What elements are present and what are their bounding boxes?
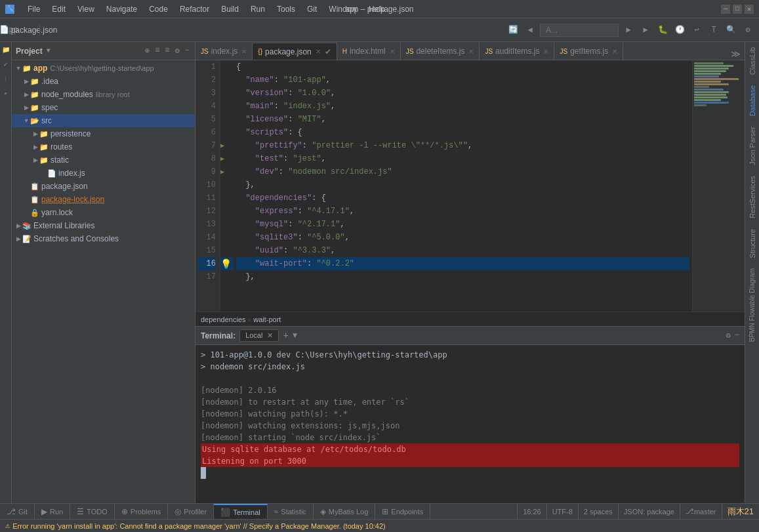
spec-folder-icon: 📁 [30,104,39,112]
menu-bar[interactable]: FileEditViewNavigateCodeRefactorBuildRun… [22,3,390,15]
tree-yarnlock[interactable]: ▶ 🔒 yarn.lock [12,206,195,219]
app-icon: 🔧 [5,5,14,14]
tab-indexhtml[interactable]: H index.html ✕ [337,43,401,60]
undo-button[interactable]: ↩ [689,23,704,37]
tab-deleteitems[interactable]: JS deleteItems.js ✕ [401,43,480,60]
tab-auditItems-close[interactable]: ✕ [543,48,548,55]
menu-file[interactable]: File [22,3,45,15]
maximize-button[interactable]: □ [733,5,742,14]
menu-edit[interactable]: Edit [47,3,71,15]
run-button[interactable]: ▶ [638,23,653,37]
terminal-add-button[interactable]: + [283,331,288,341]
status-format[interactable]: JSON: package [618,504,680,519]
terminal-minimize-icon[interactable]: − [735,331,739,340]
project-tool-add[interactable]: ⊕ [144,45,151,56]
tab-deleteitems-close[interactable]: ✕ [468,48,474,55]
terminal-tab-close[interactable]: ✕ [267,331,273,339]
window-controls[interactable]: — □ ✕ [721,5,754,14]
minimize-button[interactable]: — [721,5,730,14]
status-tab-endpoints[interactable]: ⊞ Endpoints [375,504,430,519]
menu-view[interactable]: View [72,3,100,15]
sidebar-label-classlib[interactable]: ClassLib [747,42,758,80]
terminal-dropdown-icon[interactable]: ▼ [293,331,297,340]
status-tab-terminal[interactable]: ⬛ Terminal [214,504,268,519]
menu-tools[interactable]: Tools [272,3,300,15]
sidebar-label-bpmn[interactable]: BPMN Flowable Diagram [747,263,757,347]
tree-routes[interactable]: ▶ 📁 routes [12,140,195,153]
tree-src[interactable]: ▼ 📂 src [12,114,195,127]
terminal-settings-icon[interactable]: ⚙ [726,331,731,340]
tab-indexhtml-close[interactable]: ✕ [390,48,395,55]
tab-getItems-close[interactable]: ✕ [612,48,617,55]
status-line-col[interactable]: 16:26 [517,504,546,519]
project-icon[interactable]: 📁 [1,45,11,55]
tree-persistence[interactable]: ▶ 📁 persistence [12,127,195,140]
tree-spec[interactable]: ▶ 📁 spec [12,101,195,114]
project-dropdown-icon[interactable]: ▼ [47,47,51,54]
status-indent[interactable]: 2 spaces [578,504,618,519]
menu-navigate[interactable]: Navigate [101,3,142,15]
terminal-local-tab[interactable]: Local ✕ [239,329,279,342]
tree-static[interactable]: ▶ 📁 static [12,153,195,167]
history-button[interactable]: 🕐 [672,23,687,37]
error-warning-icon: ⚠ [5,521,10,531]
sidebar-label-restservices[interactable]: RestServices [747,171,758,224]
file-selector[interactable]: 📄 package.json [21,23,35,37]
favorites-icon[interactable]: ★ [1,88,11,98]
status-tab-statistic[interactable]: ≈ Statistic [268,504,314,519]
tree-scratches[interactable]: ▶ 📝 Scratches and Consoles [12,232,195,245]
menu-git[interactable]: Git [302,3,322,15]
tree-ext-libs[interactable]: ▶ 📚 External Libraries [12,219,195,232]
back-button[interactable]: ◀ [523,23,537,37]
status-branch[interactable]: ⎇ master [680,504,722,519]
tree-idea[interactable]: ▶ 📁 .idea [12,75,195,88]
tree-root[interactable]: ▼ 📁 app C:\Users\hyh\getting-started\app [12,62,195,75]
tree-packagejson[interactable]: ▶ 📋 package.json [12,180,195,193]
code-line-12: "express": "^4.17.1", [236,205,689,218]
breadcrumb-part-2[interactable]: wait-port [253,316,281,323]
tree-node-modules[interactable]: ▶ 📁 node_modules library root [12,88,195,101]
sidebar-label-structure[interactable]: Structure [747,224,758,264]
status-encoding[interactable]: UTF-8 [546,504,578,519]
search-input[interactable] [540,24,619,37]
translate-button[interactable]: T [707,23,721,37]
status-tab-mybatis[interactable]: ◈ MyBatis Log [314,504,376,519]
menu-build[interactable]: Build [216,3,244,15]
status-tab-run[interactable]: ▶ Run [35,504,70,519]
status-tab-todo[interactable]: ☰ TODO [70,504,115,519]
debug-button[interactable]: 🐛 [655,23,670,37]
tab-overflow[interactable]: ≫ [727,49,745,60]
commit-icon[interactable]: ✔ [1,59,11,70]
tree-packagelock[interactable]: ▶ 📋 package-lock.json [12,193,195,206]
tab-indexjs[interactable]: JS index.js ✕ [195,43,253,60]
forward-button[interactable]: ▶ [621,23,636,37]
project-tool-collapse[interactable]: ≡ [154,45,161,56]
status-tab-problems[interactable]: ⊕ Problems [115,504,168,519]
status-tab-git[interactable]: ⎇ Git [0,504,35,519]
gutter-16-bulb[interactable]: 💡 [220,257,234,270]
pull-request-icon[interactable]: ↕ [1,73,11,84]
sidebar-label-database[interactable]: Database [747,80,758,121]
breadcrumb-part-1[interactable]: dependencies [201,316,246,323]
tab-getItems[interactable]: JS getItems.js ✕ [554,43,623,60]
search-button[interactable]: 🔍 [724,23,738,37]
tab-indexjs-close[interactable]: ✕ [241,48,247,55]
project-tool-minimize[interactable]: − [184,45,191,56]
code-content[interactable]: { "name": "101-app", "version": "1.0.0",… [234,60,692,312]
code-editor[interactable]: 1 2 3 4 5 6 7 8 9 10 11 12 13 14 15 16 1… [195,60,745,312]
close-button[interactable]: ✕ [745,5,754,14]
menu-code[interactable]: Code [144,3,173,15]
tab-packagejson-close[interactable]: ✕ [316,48,321,55]
status-tab-profiler[interactable]: ◎ Profiler [168,504,214,519]
menu-refactor[interactable]: Refactor [174,3,215,15]
tab-auditItems[interactable]: JS auditItems.js ✕ [480,43,554,60]
settings-button[interactable]: ⚙ [741,23,755,37]
vcs-update-button[interactable]: 🔄 [506,23,520,37]
project-tool-settings[interactable]: ⚙ [174,45,181,56]
tab-packagejson[interactable]: {} package.json ✕ ✔ [253,43,337,60]
tree-indexjs[interactable]: ▶ 📄 index.js [12,167,195,180]
menu-run[interactable]: Run [245,3,270,15]
sidebar-label-jsonparser[interactable]: Json Parser [747,121,758,171]
terminal-body[interactable]: > 101-app@1.0.0 dev C:\Users\hyh\getting… [195,345,745,503]
project-tool-filter[interactable]: ≡ [163,45,171,56]
